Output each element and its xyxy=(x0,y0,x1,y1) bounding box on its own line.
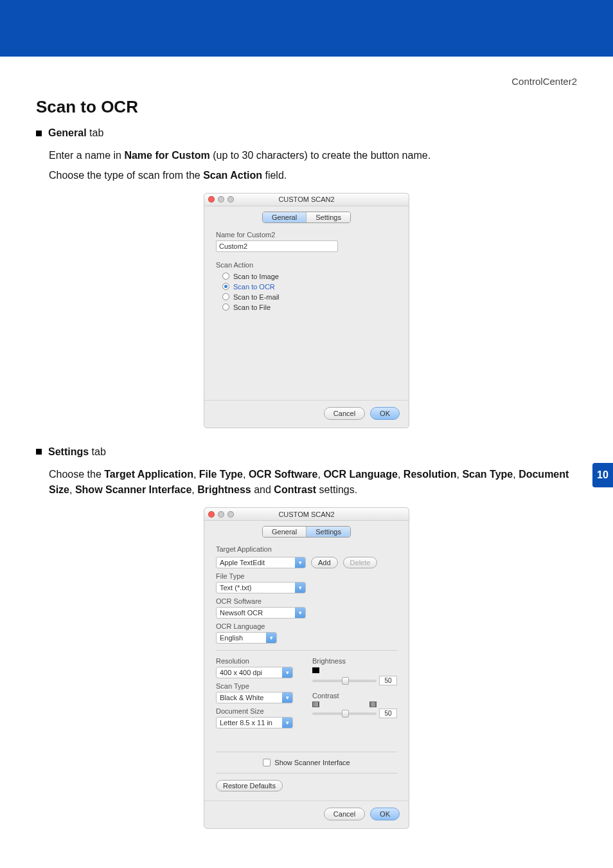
page-top-band xyxy=(0,0,613,57)
ok-button[interactable]: OK xyxy=(370,407,400,420)
file-type-label: File Type xyxy=(216,572,397,580)
chevron-down-icon: ▾ xyxy=(282,692,292,703)
cancel-button[interactable]: Cancel xyxy=(324,808,365,820)
name-for-custom-label: Name for Custom2 xyxy=(216,231,397,239)
radio-scan-to-file[interactable]: Scan to File xyxy=(222,303,397,311)
scan-type-select[interactable]: Black & White▾ xyxy=(216,692,293,703)
divider xyxy=(216,773,397,773)
dialog1-tabbar: General Settings xyxy=(262,212,351,223)
brightness-slider[interactable] xyxy=(312,680,377,682)
resolution-select[interactable]: 400 x 400 dpi▾ xyxy=(216,667,293,678)
cancel-button[interactable]: Cancel xyxy=(324,407,365,420)
square-bullet-icon xyxy=(36,449,42,455)
document-size-select[interactable]: Letter 8.5 x 11 in▾ xyxy=(216,717,293,728)
ocr-language-value: English xyxy=(220,634,243,642)
contrast-slider[interactable] xyxy=(312,712,377,715)
ocr-software-value: Newsoft OCR xyxy=(220,609,263,617)
scan-action-label: Scan Action xyxy=(216,261,397,269)
dialog2-tabbar: General Settings xyxy=(262,526,351,538)
target-application-value: Apple TextEdit xyxy=(220,559,265,566)
slider-thumb-icon xyxy=(342,710,349,718)
ocr-software-label: OCR Software xyxy=(216,597,397,605)
restore-defaults-button[interactable]: Restore Defaults xyxy=(216,780,283,791)
bullet-settings-tab: Settings tab xyxy=(36,446,577,458)
tab-settings[interactable]: Settings xyxy=(306,527,350,537)
custom-scan-settings-dialog: CUSTOM SCAN2 General Settings Target App… xyxy=(204,507,409,829)
brightness-value: 50 xyxy=(379,676,397,685)
divider xyxy=(216,650,397,651)
radio-scan-to-ocr-label: Scan to OCR xyxy=(233,283,275,291)
radio-scan-to-ocr[interactable]: Scan to OCR xyxy=(222,283,397,291)
chevron-down-icon: ▾ xyxy=(282,667,292,678)
radio-scan-to-file-label: Scan to File xyxy=(233,303,271,311)
chevron-down-icon: ▾ xyxy=(295,583,305,593)
slider-thumb-icon xyxy=(342,677,349,685)
ok-button[interactable]: OK xyxy=(370,808,400,820)
dialog1-title: CUSTOM SCAN2 xyxy=(204,195,409,203)
ocr-software-select[interactable]: Newsoft OCR▾ xyxy=(216,607,306,619)
name-for-custom-input[interactable]: Custom2 xyxy=(216,240,338,252)
radio-scan-to-email[interactable]: Scan to E-mail xyxy=(222,293,397,301)
bullet-general-tab: General tab xyxy=(36,127,577,139)
target-application-label: Target Application xyxy=(216,545,397,553)
show-scanner-interface-label: Show Scanner Interface xyxy=(274,759,350,766)
resolution-label: Resolution xyxy=(216,657,301,665)
divider xyxy=(216,752,397,752)
dialog2-titlebar: CUSTOM SCAN2 xyxy=(204,508,409,521)
square-bullet-icon xyxy=(36,131,42,136)
radio-scan-to-image-label: Scan to Image xyxy=(233,273,279,280)
chapter-side-tab: 10 xyxy=(592,463,613,487)
bullet-settings-suffix: tab xyxy=(89,446,106,457)
chevron-down-icon: ▾ xyxy=(295,608,305,618)
scan-type-label: Scan Type xyxy=(216,682,301,690)
target-application-select[interactable]: Apple TextEdit▾ xyxy=(216,557,306,568)
file-type-value: Text (*.txt) xyxy=(220,584,252,592)
tab-general[interactable]: General xyxy=(263,212,306,222)
document-size-value: Letter 8.5 x 11 in xyxy=(220,719,272,727)
resolution-value: 400 x 400 dpi xyxy=(220,669,262,676)
contrast-value: 50 xyxy=(379,709,397,718)
radio-icon xyxy=(222,303,229,311)
dialog2-title: CUSTOM SCAN2 xyxy=(204,511,409,518)
document-size-label: Document Size xyxy=(216,707,301,715)
bullet-settings-strong: Settings xyxy=(48,446,89,457)
brightness-label: Brightness xyxy=(312,657,397,665)
contrast-low-icon xyxy=(312,701,319,707)
tab-general[interactable]: General xyxy=(263,527,306,537)
general-para-2: Choose the type of scan from the Scan Ac… xyxy=(49,168,577,184)
custom-scan-general-dialog: CUSTOM SCAN2 General Settings Name for C… xyxy=(204,193,409,428)
general-para-1: Enter a name in Name for Custom (up to 3… xyxy=(49,148,577,164)
file-type-select[interactable]: Text (*.txt)▾ xyxy=(216,582,306,593)
scan-type-value: Black & White xyxy=(220,694,263,701)
contrast-label: Contrast xyxy=(312,692,397,700)
chevron-down-icon: ▾ xyxy=(295,557,305,568)
tab-settings[interactable]: Settings xyxy=(306,212,350,222)
add-button[interactable]: Add xyxy=(311,557,338,568)
radio-icon xyxy=(222,283,229,290)
chevron-down-icon: ▾ xyxy=(266,633,276,643)
chevron-down-icon: ▾ xyxy=(282,718,292,728)
contrast-high-icon xyxy=(369,701,377,707)
radio-scan-to-email-label: Scan to E-mail xyxy=(233,293,280,301)
ocr-language-label: OCR Language xyxy=(216,622,397,630)
settings-para: Choose the Target Application, File Type… xyxy=(49,467,577,499)
ocr-language-select[interactable]: English▾ xyxy=(216,632,277,644)
radio-scan-to-image[interactable]: Scan to Image xyxy=(222,273,397,280)
brightness-low-icon xyxy=(312,667,319,673)
radio-icon xyxy=(222,273,229,280)
page-number: 171 xyxy=(0,847,613,868)
section-title: Scan to OCR xyxy=(36,97,577,117)
radio-icon xyxy=(222,293,229,300)
bullet-general-suffix: tab xyxy=(87,127,104,138)
dialog1-titlebar: CUSTOM SCAN2 xyxy=(204,194,409,206)
delete-button: Delete xyxy=(343,557,378,568)
header-section-label: ControlCenter2 xyxy=(36,76,577,87)
bullet-general-strong: General xyxy=(48,127,87,138)
show-scanner-interface-checkbox[interactable] xyxy=(263,759,271,766)
